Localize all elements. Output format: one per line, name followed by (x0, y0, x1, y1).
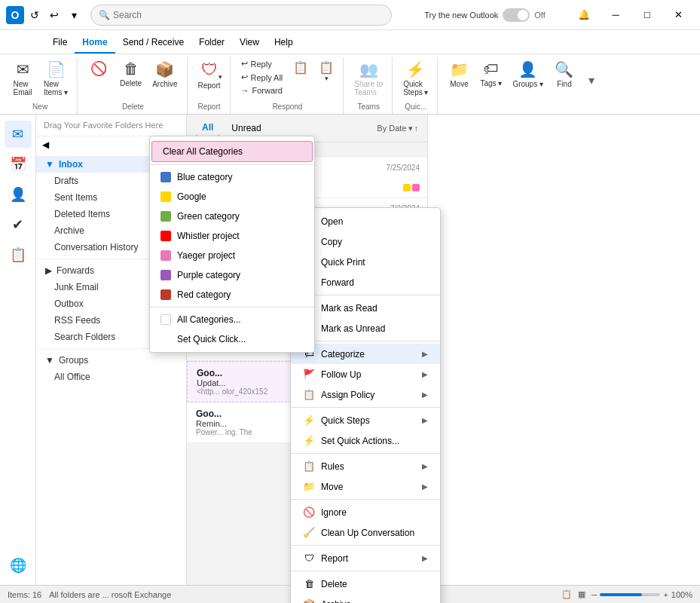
move-icon: 📁 (450, 60, 469, 78)
folder-label-search-folders: Search Folders (54, 332, 115, 342)
submenu-clear-all-categories[interactable]: Clear All Categories (151, 141, 313, 162)
sidebar-icon-people[interactable]: 👤 (5, 181, 32, 208)
refresh-icon[interactable]: ↺ (27, 8, 42, 23)
report-icon: 🛡 (201, 60, 218, 80)
ribbon-group-quick-steps-items: ⚡ QuickSteps ▾ (399, 57, 433, 101)
context-menu-set-quick-actions[interactable]: ⚡ Set Quick Actions... (291, 430, 440, 451)
sort-button[interactable]: By Date ▾ ↑ (377, 124, 418, 133)
tab-view[interactable]: View (232, 32, 267, 54)
tab-send-receive[interactable]: Send / Receive (115, 32, 191, 54)
sidebar-icon-apps[interactable]: 🌐 (5, 552, 32, 579)
toggle-state-label: Off (534, 11, 545, 20)
notification-icon[interactable]: 🔔 (569, 5, 599, 26)
respond-extra-2[interactable]: 📋 ▾ (314, 57, 338, 85)
forward-button[interactable]: → Forward (237, 84, 288, 96)
email-tab-all[interactable]: All (196, 119, 219, 137)
search-input[interactable] (113, 10, 384, 20)
submenu-blue-category[interactable]: Blue category (150, 167, 314, 187)
try-outlook-banner: Try the new Outlook Off (418, 5, 552, 25)
move-context-icon: 📁 (303, 481, 315, 492)
submenu-google-category[interactable]: Google (150, 187, 314, 207)
submenu-set-quick-click[interactable]: Set Quick Click... (150, 329, 314, 349)
context-menu-clean-up[interactable]: 🧹 Clean Up Conversation (291, 522, 440, 543)
respond-extra-1[interactable]: 📋 (289, 57, 313, 78)
folder-item-groups[interactable]: ▼ Groups (36, 352, 186, 369)
exchange-icon: 📋 (561, 589, 572, 599)
folder-label-archive: Archive (54, 225, 84, 236)
email-tab-unread[interactable]: Unread (225, 120, 267, 136)
sidebar-icon-calendar[interactable]: 📅 (5, 151, 32, 178)
sidebar-icon-tasks[interactable]: ✔ (5, 211, 32, 238)
submenu-purple-category[interactable]: Purple category (150, 265, 314, 285)
new-email-button[interactable]: ✉ NewEmail (8, 57, 38, 99)
submenu-whistler-project[interactable]: Whistler project (150, 226, 314, 246)
context-menu-quick-steps[interactable]: ⚡ Quick Steps ▶ (291, 410, 440, 430)
try-outlook-toggle[interactable] (503, 8, 530, 22)
ribbon-group-teams: 👥 Share toTeams Teams (345, 57, 393, 114)
sidebar-icon-mail[interactable]: ✉ (5, 121, 32, 148)
zoom-increase-button[interactable]: + (663, 590, 668, 599)
sort-label: By Date (377, 124, 406, 133)
assign-policy-submenu-arrow: ▶ (422, 390, 428, 399)
context-menu-rules[interactable]: 📋 Rules ▶ (291, 456, 440, 476)
tab-folder[interactable]: Folder (191, 32, 232, 54)
new-items-button[interactable]: 📄 NewItems ▾ (39, 57, 72, 99)
context-menu-move[interactable]: 📁 Move ▶ (291, 476, 440, 497)
context-menu-ignore[interactable]: 🚫 Ignore (291, 502, 440, 522)
move-submenu-arrow: ▶ (422, 482, 428, 491)
zoom-slider[interactable] (600, 593, 660, 596)
groups-button[interactable]: 👤 Groups ▾ (508, 57, 548, 91)
quick-steps-context-icon: ⚡ (303, 415, 315, 426)
archive-button[interactable]: 📦 Archive (148, 57, 182, 91)
sort-chevron-icon: ▾ (408, 124, 413, 133)
all-categories-icon (160, 314, 171, 325)
whistler-project-color (160, 231, 171, 241)
find-button[interactable]: 🔍 Find (549, 57, 579, 91)
tab-home[interactable]: Home (75, 32, 115, 54)
report-button[interactable]: 🛡 Report ▾ (194, 57, 225, 93)
badge-pink-1 (412, 184, 420, 191)
ribbon-tabs: File Home Send / Receive Folder View Hel… (0, 30, 700, 54)
tags-button[interactable]: 🏷 Tags ▾ (475, 57, 506, 90)
set-quick-actions-icon: ⚡ (303, 435, 315, 446)
reply-button[interactable]: ↩ Reply (237, 57, 288, 70)
context-menu-archive[interactable]: 📦 Archive... (291, 594, 440, 603)
email-preview-area (428, 115, 700, 585)
ignore-icon: 🚫 (90, 60, 107, 77)
ignore-button[interactable]: 🚫 (84, 57, 114, 81)
undo-icon[interactable]: ↩ (47, 8, 62, 23)
share-to-teams-button[interactable]: 👥 Share toTeams (350, 57, 387, 99)
submenu-all-categories[interactable]: All Categories... (150, 310, 314, 329)
move-button[interactable]: 📁 Move (444, 57, 474, 91)
context-menu-follow-up[interactable]: 🚩 Follow Up ▶ (291, 364, 440, 384)
quick-steps-button[interactable]: ⚡ QuickSteps ▾ (399, 57, 433, 99)
title-bar: O ↺ ↩ ▾ 🔍 Try the new Outlook Off 🔔 ─ □ … (0, 0, 700, 30)
context-menu-delete[interactable]: 🗑 Delete (291, 574, 440, 594)
search-bar[interactable]: 🔍 (90, 5, 392, 26)
folder-item-all-office[interactable]: All Office (36, 369, 186, 385)
redo-icon[interactable]: ▾ (66, 8, 81, 23)
sidebar-icon-notes[interactable]: 📋 (5, 241, 32, 268)
rules-submenu-arrow: ▶ (422, 462, 428, 470)
tab-help[interactable]: Help (267, 32, 301, 54)
ribbon-expand-button[interactable]: ▾ (585, 57, 598, 103)
context-menu-assign-policy[interactable]: 📋 Assign Policy ▶ (291, 384, 440, 405)
close-button[interactable]: ✕ (664, 5, 694, 26)
minimize-button[interactable]: ─ (601, 5, 631, 26)
respond-col: ↩ Reply ↩ Reply All → Forward (237, 57, 288, 96)
maximize-button[interactable]: □ (632, 5, 662, 26)
delete-button[interactable]: 🗑 Delete (115, 57, 146, 90)
zoom-decrease-button[interactable]: ─ (591, 590, 598, 599)
status-items-count: Items: 16 (8, 590, 41, 599)
submenu-green-category[interactable]: Green category (150, 207, 314, 226)
submenu-yaeger-project[interactable]: Yaeger project (150, 246, 314, 265)
new-email-icon: ✉ (17, 60, 29, 78)
folder-label-deleted-items: Deleted Items (54, 209, 110, 219)
submenu-red-category[interactable]: Red category (150, 285, 314, 305)
folder-label-sent-items: Sent Items (54, 192, 97, 203)
tab-file[interactable]: File (45, 32, 75, 54)
groups-icon: 👤 (518, 60, 537, 78)
folder-expand-icon-groups: ▼ (45, 355, 54, 366)
context-menu-report[interactable]: 🛡 Report ▶ (291, 548, 440, 568)
reply-all-button[interactable]: ↩ Reply All (237, 71, 288, 84)
